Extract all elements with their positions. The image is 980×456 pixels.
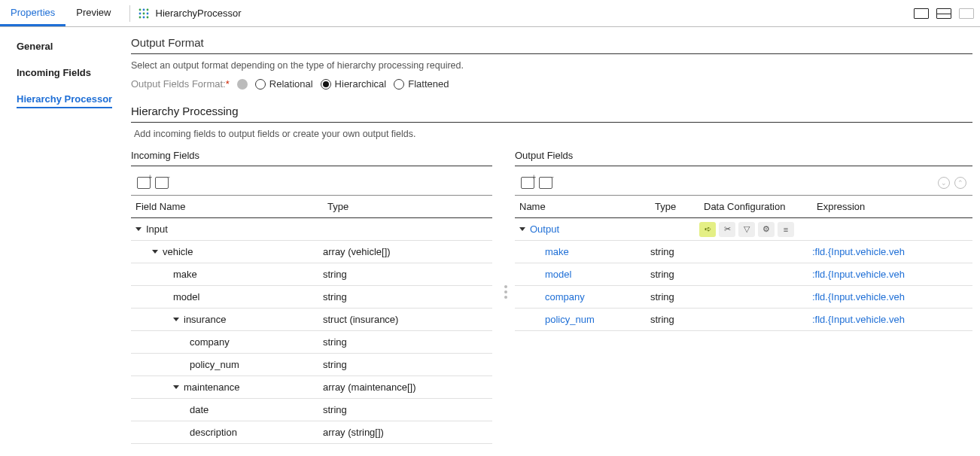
radio-flattened-label: Flattened: [408, 78, 449, 90]
incoming-row[interactable]: maintenancearray (maintenance[]): [131, 376, 492, 399]
field-type: string: [323, 269, 492, 280]
sidebar-item-general[interactable]: General: [17, 41, 120, 52]
output-format-desc: Select an output format depending on the…: [131, 60, 972, 71]
svg-point-7: [142, 16, 145, 18]
field-type: string: [323, 336, 492, 348]
view-full-icon[interactable]: [959, 8, 974, 19]
output-rows: Output➪✂▽⚙≡makestring:fld.{Input.vehicle…: [515, 218, 972, 331]
output-format-label: Output Fields Format:*: [131, 78, 230, 90]
incoming-row[interactable]: insurancestruct (insurance): [131, 309, 492, 331]
radio-relational[interactable]: Relational: [255, 78, 313, 90]
map-icon[interactable]: ➪: [699, 222, 716, 237]
output-format-row: Output Fields Format:* Relational Hierar…: [131, 78, 972, 90]
output-field-expression[interactable]: :fld.{Input.vehicle.veh: [812, 314, 972, 325]
field-name: policy_num: [190, 359, 239, 370]
output-field-name[interactable]: Output: [530, 223, 559, 235]
radio-hierarchical-label: Hierarchical: [335, 78, 387, 90]
field-type: array (vehicle[]): [323, 246, 492, 257]
output-row[interactable]: Output➪✂▽⚙≡: [515, 218, 972, 241]
output-row[interactable]: policy_numstring:fld.{Input.vehicle.veh: [515, 309, 972, 331]
incoming-header-name: Field Name: [131, 196, 323, 217]
help-icon[interactable]: [237, 79, 248, 90]
radio-hierarchical[interactable]: Hierarchical: [321, 78, 387, 90]
output-field-expression[interactable]: :fld.{Input.vehicle.veh: [812, 269, 972, 280]
incoming-header-type: Type: [323, 196, 492, 217]
incoming-row[interactable]: vehiclearray (vehicle[]): [131, 241, 492, 263]
chevron-down-icon[interactable]: ⌄: [938, 177, 950, 189]
sort-icon[interactable]: ≡: [778, 222, 794, 237]
link-icon[interactable]: ✂: [719, 222, 735, 237]
incoming-grid-header: Field Name Type: [131, 195, 492, 218]
chevron-up-icon[interactable]: ⌃: [954, 177, 966, 189]
caret-icon[interactable]: [152, 250, 158, 254]
tab-preview[interactable]: Preview: [65, 0, 121, 26]
output-row[interactable]: companystring:fld.{Input.vehicle.veh: [515, 286, 972, 309]
field-type: string: [323, 359, 492, 370]
view-single-icon[interactable]: [914, 8, 929, 19]
field-name: date: [190, 404, 208, 415]
svg-point-6: [138, 16, 141, 18]
field-type: string: [323, 291, 492, 302]
output-field-name[interactable]: make: [545, 246, 569, 257]
field-name: description: [190, 427, 237, 438]
filter-icon[interactable]: ▽: [738, 222, 755, 237]
svg-point-3: [138, 12, 141, 14]
incoming-row[interactable]: companystring: [131, 331, 492, 354]
svg-point-2: [146, 8, 148, 11]
output-fields-title: Output Fields: [515, 150, 972, 166]
caret-icon[interactable]: [135, 227, 142, 231]
output-field-type: string: [650, 314, 699, 325]
incoming-row[interactable]: makestring: [131, 263, 492, 286]
sidebar-item-hierarchy-processor[interactable]: Hierarchy Processor: [17, 93, 112, 108]
view-split-icon[interactable]: [936, 8, 951, 19]
radio-flattened[interactable]: Flattened: [394, 78, 449, 90]
incoming-row[interactable]: policy_numstring: [131, 354, 492, 376]
collapse-all-output-icon[interactable]: [539, 177, 552, 189]
output-row[interactable]: makestring:fld.{Input.vehicle.veh: [515, 241, 972, 263]
incoming-row[interactable]: datestring: [131, 399, 492, 421]
output-header-type: Type: [650, 196, 699, 217]
output-field-name[interactable]: policy_num: [545, 314, 595, 325]
output-header-expr: Expression: [812, 196, 972, 217]
incoming-fields-panel: Incoming Fields Field Name Type Inputveh…: [131, 150, 492, 444]
top-tabs: Properties Preview: [0, 0, 122, 26]
output-field-name[interactable]: company: [545, 291, 585, 302]
main-content: Output Format Select an output format de…: [128, 27, 980, 456]
svg-point-4: [142, 12, 145, 14]
field-name: model: [173, 291, 199, 302]
caret-icon[interactable]: [173, 385, 179, 389]
incoming-row[interactable]: modelstring: [131, 286, 492, 309]
caret-icon[interactable]: [519, 227, 525, 231]
expand-all-icon[interactable]: [137, 177, 151, 189]
field-name: insurance: [184, 314, 226, 325]
output-grid-header: Name Type Data Configuration Expression: [515, 195, 972, 218]
hierarchy-processing-desc: Add incoming fields to output fields or …: [131, 129, 972, 139]
group-icon[interactable]: ⚙: [758, 222, 775, 237]
sidebar-item-incoming-fields[interactable]: Incoming Fields: [17, 67, 120, 78]
output-field-type: string: [650, 246, 699, 257]
sidebar: General Incoming Fields Hierarchy Proces…: [0, 27, 128, 456]
output-row[interactable]: modelstring:fld.{Input.vehicle.veh: [515, 263, 972, 286]
field-name: Input: [146, 223, 168, 235]
output-field-name[interactable]: model: [545, 269, 571, 280]
field-name: vehicle: [163, 246, 193, 257]
svg-point-8: [146, 16, 148, 18]
caret-icon[interactable]: [173, 318, 179, 321]
collapse-all-icon[interactable]: [155, 177, 169, 189]
output-header-name: Name: [515, 196, 650, 217]
field-type: struct (insurance): [323, 314, 492, 325]
view-mode-icons: [914, 8, 974, 19]
expand-all-output-icon[interactable]: [521, 177, 534, 189]
tab-properties[interactable]: Properties: [0, 0, 65, 26]
processor-label: HierarchyProcessor: [138, 8, 242, 20]
output-field-expression[interactable]: :fld.{Input.vehicle.veh: [812, 246, 972, 257]
field-type: array (string[]): [323, 427, 492, 438]
hierarchy-processing-heading: Hierarchy Processing: [131, 105, 972, 123]
incoming-fields-title: Incoming Fields: [131, 150, 492, 166]
output-toolbar: ⌄ ⌃: [515, 174, 972, 195]
drag-handle-icon[interactable]: [504, 285, 507, 299]
incoming-row[interactable]: descriptionarray (string[]): [131, 421, 492, 444]
incoming-row[interactable]: Input: [131, 218, 492, 241]
output-field-expression[interactable]: :fld.{Input.vehicle.veh: [812, 291, 972, 302]
output-format-heading: Output Format: [131, 36, 972, 54]
